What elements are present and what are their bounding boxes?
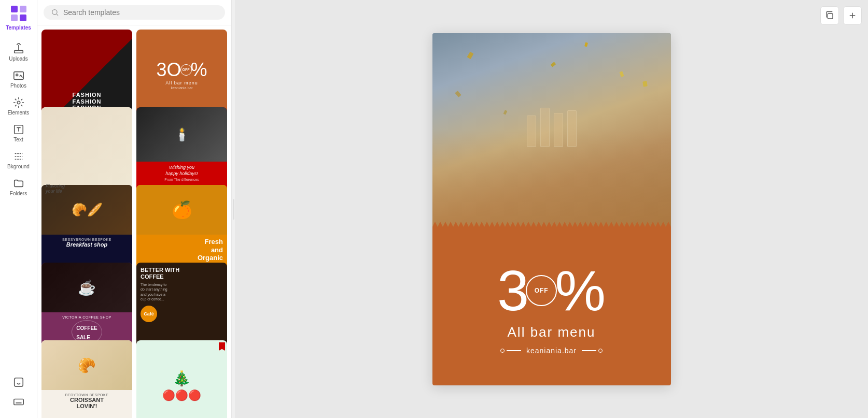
sidebar-item-uploads-label: Uploads bbox=[9, 56, 28, 62]
svg-point-7 bbox=[17, 101, 20, 104]
templates-grid: FASHIONFASHIONFASHION NEW ARRIVAL 3O OFF… bbox=[37, 25, 231, 418]
search-bar bbox=[37, 0, 231, 25]
preview-photo bbox=[432, 33, 671, 227]
template-card-better-coffee[interactable]: BETTER WITHCOFFEE The tendency todo star… bbox=[136, 263, 227, 353]
template-card-food-beige[interactable]: Flavoringyour life bbox=[41, 107, 132, 198]
preview-url-line: keaniania.bar bbox=[500, 347, 603, 355]
sidebar-item-keyboard[interactable] bbox=[0, 392, 37, 412]
search-input[interactable] bbox=[63, 8, 218, 17]
sidebar-item-text-label: Text bbox=[13, 137, 23, 142]
svg-rect-3 bbox=[20, 15, 26, 21]
url-line-right bbox=[582, 350, 596, 351]
svg-rect-10 bbox=[13, 399, 23, 405]
sidebar-item-background-label: Bkground bbox=[7, 164, 30, 169]
svg-rect-4 bbox=[14, 51, 23, 53]
glasses-scene bbox=[432, 33, 671, 227]
canvas-toolbar bbox=[820, 6, 862, 25]
sidebar-item-folders[interactable]: Folders bbox=[0, 174, 37, 200]
preview-url: keaniania.bar bbox=[526, 347, 577, 355]
preview-bottom: 3 OFF % All bar menu keaniania.bar bbox=[432, 237, 671, 385]
template-card-fresh[interactable]: 🍊 FreshandOrganic NATURAL LIFE.COM bbox=[136, 185, 227, 276]
template-preview: 3 OFF % All bar menu keaniania.bar bbox=[432, 33, 671, 385]
sidebar-item-uploads[interactable]: Uploads bbox=[0, 39, 37, 66]
preview-number: 3 bbox=[497, 262, 528, 319]
url-deco-right bbox=[582, 349, 603, 353]
templates-panel: FASHIONFASHIONFASHION NEW ARRIVAL 3O OFF… bbox=[37, 0, 232, 418]
preview-percent: % bbox=[555, 262, 606, 319]
zigzag-divider bbox=[432, 227, 671, 237]
template-card-coffee[interactable]: ☕ VICTORIA COFFEE SHOP COFFEESALE Tips t… bbox=[41, 263, 132, 353]
svg-rect-5 bbox=[13, 72, 23, 80]
preview-off-circle: OFF bbox=[526, 275, 557, 306]
template-card-breakfast[interactable]: 🥐🥖 BESSYBROWN BESPOKE Breakfast shop bbox=[41, 185, 132, 276]
template-card-fashion[interactable]: FASHIONFASHIONFASHION NEW ARRIVAL bbox=[41, 30, 132, 120]
sidebar-item-photos-label: Photos bbox=[10, 83, 26, 89]
resize-handle-inner bbox=[233, 199, 234, 220]
svg-point-6 bbox=[16, 74, 18, 76]
url-circle-left bbox=[500, 349, 505, 353]
template-card-30off[interactable]: 3O OFF % All bar menu keaniania.bar bbox=[136, 30, 227, 120]
url-deco-left bbox=[500, 349, 521, 353]
svg-point-11 bbox=[52, 10, 57, 15]
svg-rect-12 bbox=[828, 13, 833, 19]
search-input-wrapper[interactable] bbox=[44, 5, 225, 20]
canvas-content: 3 OFF % All bar menu keaniania.bar bbox=[235, 0, 868, 418]
template-card-croissant[interactable]: 🥐 BEDYTOWN BESPOKE CROISSANTLOVIN'! bbox=[41, 340, 132, 418]
sidebar-bottom bbox=[0, 372, 37, 418]
preview-discount: 3 OFF % bbox=[497, 262, 606, 319]
sidebar-item-emoji[interactable] bbox=[0, 372, 37, 392]
sidebar: Templates Uploads Photos Elements Text bbox=[0, 0, 37, 418]
template-card-holidays[interactable]: 🕯️ Wishing youhappy holidays! From The d… bbox=[136, 107, 227, 198]
sidebar-item-elements-label: Elements bbox=[8, 110, 30, 116]
sidebar-logo-label: Templates bbox=[6, 25, 31, 31]
preview-off-text: OFF bbox=[535, 287, 549, 294]
app-logo bbox=[9, 4, 28, 23]
add-button[interactable] bbox=[843, 6, 862, 25]
sidebar-item-photos[interactable]: Photos bbox=[0, 66, 37, 93]
preview-tagline: All bar menu bbox=[508, 324, 596, 340]
svg-rect-2 bbox=[11, 15, 18, 21]
search-icon bbox=[51, 8, 59, 17]
url-circle-right bbox=[598, 349, 603, 353]
url-line-left bbox=[507, 350, 521, 351]
template-card-christmas[interactable]: 🎄 🔴🔴🔴 bbox=[136, 340, 227, 418]
duplicate-button[interactable] bbox=[820, 6, 839, 25]
sidebar-item-elements[interactable]: Elements bbox=[0, 93, 37, 120]
sidebar-item-background[interactable]: Bkground bbox=[0, 147, 37, 174]
svg-rect-9 bbox=[14, 378, 23, 387]
canvas-area: 3 OFF % All bar menu keaniania.bar bbox=[235, 0, 868, 418]
sidebar-item-text[interactable]: Text bbox=[0, 120, 37, 147]
sidebar-item-folders-label: Folders bbox=[10, 191, 27, 196]
svg-rect-0 bbox=[11, 6, 18, 12]
svg-rect-1 bbox=[20, 6, 26, 12]
